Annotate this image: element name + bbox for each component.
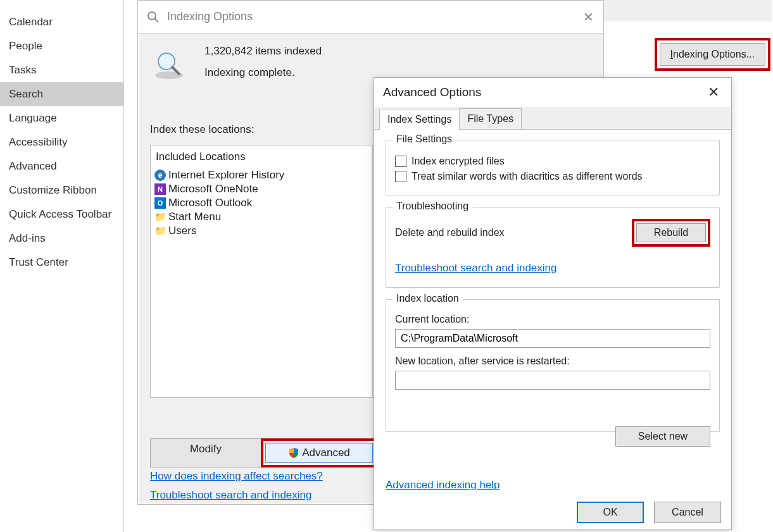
advanced-button-label: Advanced (302, 447, 350, 459)
sidebar-item-accessibility[interactable]: Accessibility (0, 130, 123, 154)
dialog-titlebar: Advanced Options ✕ (374, 78, 731, 107)
group-legend: Index location (393, 293, 463, 304)
new-location-input[interactable] (395, 371, 710, 390)
outlook-icon: O (154, 197, 166, 209)
list-item-label: Internet Explorer History (168, 169, 284, 182)
sidebar-item-language[interactable]: Language (0, 106, 123, 130)
sidebar-item-quick-access-toolbar[interactable]: Quick Access Toolbar (0, 202, 123, 226)
index-location-group: Index location Current location: New loc… (386, 299, 720, 432)
list-item[interactable]: 📁 Users (153, 224, 370, 238)
magnifier-large-icon (150, 49, 188, 82)
dialog-titlebar: Indexing Options ✕ (138, 1, 603, 34)
link-troubleshoot-indexing[interactable]: Troubleshoot search and indexing (150, 489, 323, 502)
onenote-icon: N (154, 183, 166, 195)
ok-button[interactable]: OK (577, 502, 644, 523)
link-troubleshoot-search-indexing[interactable]: Troubleshoot search and indexing (395, 262, 556, 275)
highlight-rebuild: Rebuild (632, 219, 710, 247)
advanced-options-dialog: Advanced Options ✕ Index Settings File T… (374, 77, 732, 530)
checkbox-label: Index encrypted files (412, 156, 505, 167)
list-item-label: Microsoft Outlook (168, 197, 252, 209)
index-status-label: Indexing complete. (204, 66, 322, 79)
current-location-label: Current location: (395, 314, 710, 325)
dialog-title: Advanced Options (383, 85, 481, 99)
advanced-button[interactable]: Advanced (265, 443, 373, 463)
list-item-label: Users (168, 225, 196, 237)
folder-icon: 📁 (154, 211, 166, 223)
items-indexed-label: 1,320,842 items indexed (204, 45, 322, 58)
shield-icon (288, 447, 299, 459)
list-item[interactable]: 📁 Start Menu (153, 210, 370, 224)
list-item[interactable]: O Microsoft Outlook (153, 196, 370, 210)
current-location-input[interactable] (395, 329, 710, 348)
tab-file-types[interactable]: File Types (459, 108, 522, 129)
sidebar-item-customize-ribbon[interactable]: Customize Ribbon (0, 178, 123, 202)
sidebar-item-search[interactable]: Search (0, 82, 123, 106)
indexing-options-button[interactable]: Indexing Options... (660, 43, 765, 66)
close-icon[interactable]: ✕ (579, 9, 597, 25)
magnifier-icon (146, 9, 161, 25)
sidebar-item-tasks[interactable]: Tasks (0, 58, 123, 82)
delete-rebuild-label: Delete and rebuild index (395, 227, 505, 238)
list-item[interactable]: N Microsoft OneNote (153, 182, 370, 196)
dialog-title: Indexing Options (167, 10, 253, 23)
cancel-button[interactable]: Cancel (654, 502, 721, 523)
sidebar-item-calendar[interactable]: Calendar (0, 10, 123, 34)
included-locations-list[interactable]: Included Locations e Internet Explorer H… (150, 145, 373, 398)
sidebar-item-add-ins[interactable]: Add-ins (0, 226, 123, 251)
link-how-indexing-affect[interactable]: How does indexing affect searches? (150, 470, 323, 483)
modify-button[interactable]: Modify (150, 438, 261, 467)
tab-index-settings[interactable]: Index Settings (379, 109, 460, 130)
troubleshooting-group: Troubleshooting Delete and rebuild index… (386, 207, 720, 288)
label-rest: ndexing Options... (673, 49, 755, 59)
column-header: Included Locations (153, 149, 370, 168)
advanced-body: File Settings Index encrypted files Trea… (374, 130, 731, 497)
select-new-button[interactable]: Select new (615, 426, 710, 447)
dialog-footer: OK Cancel (577, 502, 721, 523)
new-location-label: New location, after service is restarted… (395, 356, 710, 367)
checkbox-diacritics[interactable] (395, 171, 406, 182)
options-sidebar: Calendar People Tasks Search Language Ac… (0, 0, 124, 532)
highlight-indexing-options: Indexing Options... (655, 38, 770, 71)
highlight-advanced: Advanced (261, 438, 377, 467)
link-advanced-indexing-help[interactable]: Advanced indexing help (386, 479, 500, 492)
list-item[interactable]: e Internet Explorer History (153, 168, 370, 182)
list-item-label: Microsoft OneNote (168, 183, 258, 195)
checkbox-index-encrypted[interactable] (395, 156, 406, 167)
sidebar-item-advanced[interactable]: Advanced (0, 154, 123, 178)
rebuild-button[interactable]: Rebuild (636, 223, 706, 242)
tabstrip: Index Settings File Types (374, 107, 731, 130)
ie-icon: e (154, 170, 166, 181)
close-icon[interactable]: ✕ (705, 84, 722, 101)
sidebar-item-people[interactable]: People (0, 34, 123, 58)
checkbox-label: Treat similar words with diacritics as d… (412, 171, 643, 182)
options-topbar (602, 0, 772, 22)
folder-icon: 📁 (154, 225, 166, 237)
svg-line-1 (154, 18, 158, 22)
list-item-label: Start Menu (168, 211, 221, 223)
sidebar-item-trust-center[interactable]: Trust Center (0, 251, 123, 275)
group-legend: Troubleshooting (393, 201, 472, 212)
file-settings-group: File Settings Index encrypted files Trea… (386, 140, 720, 195)
group-legend: File Settings (393, 133, 456, 145)
